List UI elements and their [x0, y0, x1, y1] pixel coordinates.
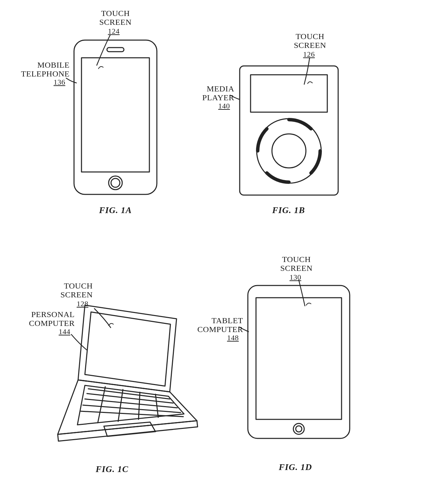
fig1c-device-ref: 144: [54, 328, 75, 336]
fig1a-caption: FIG. 1A: [92, 205, 139, 215]
patent-figure-sheet: TOUCH SCREEN 124 MOBILE TELEPHONE 136 FI…: [0, 0, 421, 504]
fig1b-screen-label: TOUCH SCREEN: [288, 32, 332, 50]
fig1d-screen-label: TOUCH SCREEN: [274, 255, 318, 273]
fig1b-device-label: MEDIA PLAYER: [190, 84, 234, 102]
svg-point-12: [296, 426, 302, 432]
fig1c-screen-ref: 128: [72, 300, 93, 308]
fig1b-screen-ref: 126: [299, 50, 319, 58]
fig1b-caption: FIG. 1B: [265, 205, 312, 215]
fig1c-screen-label: TOUCH SCREEN: [49, 281, 93, 299]
svg-point-4: [111, 178, 120, 187]
svg-point-11: [293, 423, 304, 434]
svg-point-8: [272, 134, 306, 168]
fig1d-device-ref: 148: [223, 334, 243, 342]
fig1c-caption: FIG. 1C: [88, 464, 136, 474]
fig1d-caption: FIG. 1D: [272, 462, 319, 472]
fig1b-device-ref: 140: [214, 102, 234, 110]
fig1a-device-ref: 136: [49, 78, 70, 86]
fig1a-screen-label: TOUCH SCREEN: [93, 9, 138, 27]
fig1a-screen-ref: 124: [104, 27, 124, 35]
fig1a-device-label: MOBILE TELEPHONE: [15, 60, 70, 79]
fig1d-device-label: TABLET COMPUTER: [189, 316, 243, 334]
fig1c-device-label: PERSONAL COMPUTER: [17, 310, 75, 328]
fig1d-screen-ref: 130: [285, 273, 306, 281]
